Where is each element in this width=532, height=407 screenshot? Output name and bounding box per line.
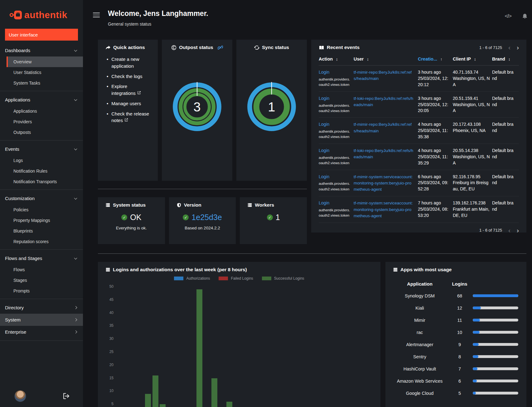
sidebar-item-outposts[interactable]: Outposts — [0, 127, 83, 138]
version-title: Version — [184, 202, 201, 208]
events-column-action[interactable]: Action↕ — [319, 56, 354, 61]
sidebar-item-logs[interactable]: Logs — [0, 155, 83, 166]
chart-bar — [145, 394, 151, 407]
event-row: Loginauthentik.providers.oauth2.views.to… — [319, 196, 519, 223]
sidebar-item-notification-rules[interactable]: Notification Rules — [0, 166, 83, 176]
chart-legend: AuthorizationsFailed LoginsSuccessful Lo… — [105, 276, 373, 281]
app-usage-row: rac10 — [393, 326, 519, 338]
event-row: Loginauthentik.providers.oauth2.views.to… — [319, 118, 519, 144]
event-context: authentik.providers.oauth2.views.token — [319, 129, 351, 140]
page-title: Welcome, Jens Langhammer. — [108, 9, 208, 18]
bullet-icon: • — [107, 110, 108, 124]
user-interface-button[interactable]: User interface — [5, 29, 78, 41]
sidebar-group-events[interactable]: Events — [0, 143, 83, 155]
event-context: authentik.providers.oauth2.views.token — [319, 103, 351, 114]
sort-icon[interactable]: ↕ — [508, 57, 510, 61]
sidebar-item-reputation-scores[interactable]: Reputation scores — [0, 236, 83, 247]
legend-label: Successful Logins — [274, 276, 304, 281]
events-column-brand[interactable]: Brand↕ — [492, 56, 515, 61]
chevron-down-icon — [74, 196, 77, 199]
event-action-link[interactable]: Login — [319, 122, 329, 127]
sort-icon[interactable]: ↕ — [367, 57, 369, 61]
pagination-prev-icon[interactable]: ‹ — [508, 228, 510, 232]
version-link[interactable]: 1e25d3e — [191, 213, 222, 222]
pagination-next-icon[interactable]: › — [517, 46, 519, 49]
sidebar-group-customization[interactable]: Customization — [0, 192, 83, 204]
quick-action-link-check-the-release-notes[interactable]: Check the release notes — [111, 110, 150, 124]
sidebar-group-system[interactable]: System — [0, 314, 83, 326]
outpost-link-icon[interactable] — [218, 45, 223, 50]
avatar[interactable] — [14, 390, 26, 402]
sidebar-item-blueprints[interactable]: Blueprints — [0, 226, 83, 236]
event-action-link[interactable]: Login — [319, 96, 329, 101]
event-location: Phoenix, US, NA — [453, 128, 490, 134]
event-user-link[interactable]: tf-loki-repo:BeryJu/k8s:ref:refs/heads/m… — [354, 148, 413, 159]
sidebar-group-directory[interactable]: Directory — [0, 302, 83, 314]
sort-icon[interactable]: ↕ — [336, 57, 338, 61]
sidebar-item-providers[interactable]: Providers — [0, 116, 83, 127]
sidebar-item-property-mappings[interactable]: Property Mappings — [0, 215, 83, 226]
quick-action-link-check-the-logs[interactable]: Check the logs — [111, 73, 142, 80]
event-relative-time: 7 hours ago — [418, 200, 450, 206]
sidebar-group-applications[interactable]: Applications — [0, 94, 83, 106]
sidebar-item-user-statistics[interactable]: User Statistics — [0, 67, 83, 78]
events-column-client-ip[interactable]: Client IP↕ — [453, 56, 492, 61]
app-name: HashiCorp Vault — [393, 366, 447, 371]
sidebar-item-applications[interactable]: Applications — [0, 106, 83, 116]
outpost-status-title: Outpost status — [179, 45, 213, 50]
bullet-icon: • — [107, 83, 108, 97]
app-login-count: 12 — [447, 306, 473, 311]
app-usage-progress-bar — [473, 294, 518, 297]
sidebar-item-flows[interactable]: Flows — [0, 264, 83, 275]
y-axis-tick: 25 — [105, 350, 114, 354]
sort-icon[interactable]: ↕ — [474, 57, 476, 61]
pagination-prev-icon[interactable]: ‹ — [508, 46, 510, 49]
bar-chart-plot: 5045403530252015105 — [105, 283, 373, 407]
event-user-link[interactable]: tf-mimir-system:serviceaccount:monitorin… — [354, 201, 413, 218]
event-action-link[interactable]: Login — [319, 148, 329, 153]
chevron-down-icon — [74, 147, 77, 150]
menu-toggle-button[interactable] — [93, 12, 100, 17]
sync-status-title: Sync status — [262, 45, 289, 50]
sidebar-item-prompts[interactable]: Prompts — [0, 286, 83, 296]
event-action-link[interactable]: Login — [319, 70, 329, 75]
events-column-creatio[interactable]: Creatio...↑ — [418, 56, 453, 61]
sidebar-item-stages[interactable]: Stages — [0, 275, 83, 286]
sort-icon[interactable]: ↑ — [440, 57, 443, 61]
event-client-ip: 92.116.178.95 — [453, 174, 490, 180]
authentik-logo-icon — [9, 9, 22, 21]
quick-action-link-manage-users[interactable]: Manage users — [111, 100, 141, 107]
external-link-icon — [137, 91, 141, 95]
y-axis-tick: 40 — [105, 311, 114, 315]
sidebar-item-system-tasks[interactable]: System Tasks — [0, 78, 83, 88]
outpost-status-card: Outpost status — [162, 40, 232, 181]
sidebar-item-overview[interactable]: Overview — [7, 56, 83, 67]
sidebar-item-policies[interactable]: Policies — [0, 204, 83, 215]
api-code-icon[interactable]: </> — [505, 13, 511, 19]
event-timestamp: 25/03/2024, 11:35:38 — [418, 128, 450, 140]
y-axis-tick: 5 — [105, 402, 114, 406]
version-description: Based on 2024.2.2 — [177, 226, 229, 230]
events-column-user[interactable]: User↕ — [354, 56, 418, 61]
page-subtitle: General system status — [108, 22, 208, 27]
notifications-bell-icon[interactable] — [521, 13, 528, 20]
event-action-link[interactable]: Login — [319, 200, 329, 205]
event-user-link[interactable]: tf-mimir-repo:BeryJu/k8s:ref:refs/heads/… — [354, 122, 412, 133]
event-user-link[interactable]: tf-mimir-system:serviceaccount:monitorin… — [354, 174, 413, 192]
event-user-link[interactable]: tf-mimir-repo:BeryJu/k8s:ref:refs/heads/… — [354, 70, 412, 81]
sidebar-item-notification-transports[interactable]: Notification Transports — [0, 176, 83, 187]
logout-icon[interactable] — [63, 393, 70, 400]
app-login-count: 8 — [447, 354, 473, 359]
event-user-link[interactable]: tf-loki-repo:BeryJu/k8s:ref:refs/heads/m… — [354, 96, 413, 107]
sidebar-group-flows-and-stages[interactable]: Flows and Stages — [0, 252, 83, 264]
app-usage-progress-bar — [473, 392, 518, 395]
quick-action-link-create-a-new-application[interactable]: Create a new application — [111, 56, 150, 70]
event-relative-time: 4 hours ago — [418, 121, 450, 128]
pagination-next-icon[interactable]: › — [517, 228, 519, 232]
sidebar-group-dashboards[interactable]: Dashboards — [0, 44, 83, 56]
sidebar-group-enterprise[interactable]: Enterprise — [0, 326, 83, 338]
app-name: Synology DSM — [393, 293, 447, 298]
y-axis-tick: 50 — [105, 284, 114, 289]
event-action-link[interactable]: Login — [319, 174, 329, 179]
quick-action-link-explore-integrations[interactable]: Explore integrations — [111, 83, 150, 97]
